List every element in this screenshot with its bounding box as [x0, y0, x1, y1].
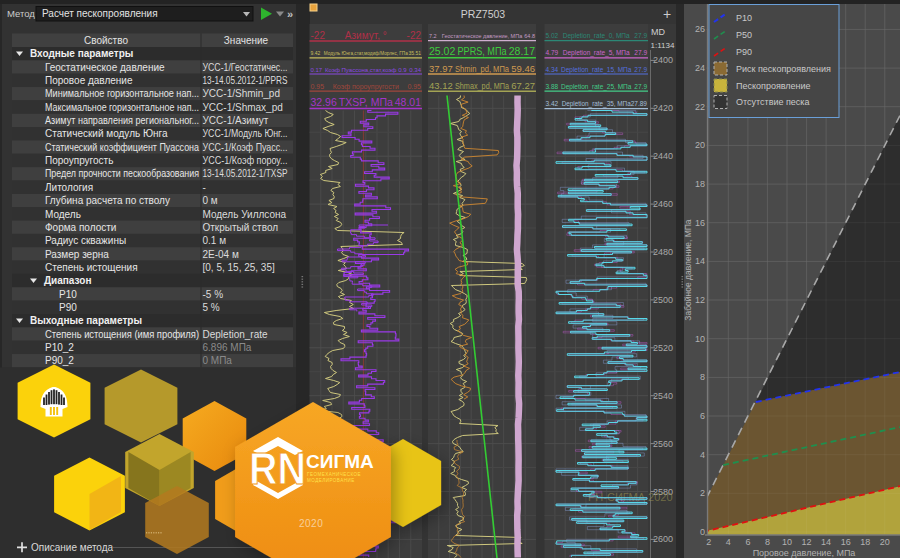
- svg-text:3.42: 3.42: [546, 100, 559, 107]
- svg-text:Риск пескопроявления: Риск пескопроявления: [736, 64, 831, 74]
- svg-text:Азимут, °: Азимут, °: [345, 30, 387, 41]
- svg-text:Азимут направления регионально: Азимут направления региональног...: [45, 115, 199, 126]
- svg-text:2520: 2520: [653, 343, 673, 353]
- svg-text:-22: -22: [311, 30, 326, 41]
- svg-text:P90: P90: [59, 302, 77, 313]
- svg-text:14: 14: [821, 537, 831, 547]
- svg-text:УСС-1/Модуль Юнг...: УСС-1/Модуль Юнг...: [203, 128, 288, 139]
- svg-text:P10: P10: [736, 13, 752, 23]
- svg-text:24: 24: [695, 63, 705, 73]
- svg-text:Забойное давление, МПа: Забойное давление, МПа: [683, 219, 693, 320]
- svg-text:0: 0: [700, 527, 705, 537]
- svg-text:2480: 2480: [653, 247, 673, 257]
- svg-text:4.79: 4.79: [546, 49, 559, 56]
- svg-text:PPRS, МПа: PPRS, МПа: [458, 45, 507, 57]
- svg-text:Коэф пороупругости: Коэф пороупругости: [333, 83, 399, 91]
- svg-text:ГЕОМЕХАНИЧЕСКОЕ: ГЕОМЕХАНИЧЕСКОЕ: [307, 472, 361, 477]
- svg-text:Диапазон: Диапазон: [44, 275, 91, 286]
- svg-text:Описание метода: Описание метода: [31, 542, 114, 553]
- svg-text:PRZ7503: PRZ7503: [461, 8, 506, 20]
- svg-text:-22: -22: [407, 30, 422, 41]
- svg-text:0 МПа: 0 МПа: [203, 355, 233, 366]
- svg-text:3.88: 3.88: [546, 83, 559, 90]
- svg-text:2E-04 м: 2E-04 м: [203, 249, 239, 260]
- svg-text:Depletion_rate: Depletion_rate: [203, 329, 268, 340]
- svg-text:P90: P90: [736, 47, 752, 57]
- svg-text:8: 8: [765, 537, 770, 547]
- svg-text:+: +: [663, 6, 671, 22]
- svg-text:0.17: 0.17: [311, 67, 323, 73]
- svg-text:Геостатическое давление: Геостатическое давление: [45, 62, 165, 73]
- svg-text:9.42: 9.42: [311, 50, 321, 56]
- svg-text:0.95: 0.95: [311, 83, 325, 90]
- svg-text:27.9: 27.9: [634, 49, 647, 56]
- svg-text:7.2: 7.2: [429, 33, 437, 39]
- svg-text:22: 22: [695, 102, 705, 112]
- svg-text:Статический модуль Юнга: Статический модуль Юнга: [45, 128, 168, 139]
- svg-text:Максимальное горизонтальное на: Максимальное горизонтальное нап...: [45, 102, 199, 113]
- svg-text:2460: 2460: [653, 199, 673, 209]
- svg-text:P10: P10: [59, 289, 77, 300]
- svg-text:18: 18: [695, 179, 705, 189]
- svg-text:26: 26: [695, 24, 705, 34]
- svg-text:4.34: 4.34: [546, 66, 559, 73]
- svg-text:10: 10: [695, 334, 705, 344]
- svg-text:4: 4: [726, 537, 731, 547]
- svg-text:0.95: 0.95: [407, 83, 421, 90]
- svg-text:35.51: 35.51: [408, 50, 421, 56]
- svg-text:2420: 2420: [653, 103, 673, 113]
- svg-text:Предел прочности пескообразова: Предел прочности пескообразования: [45, 168, 199, 179]
- svg-text:TXSP, МПа: TXSP, МПа: [339, 96, 393, 108]
- svg-text:Модуль Юнга,стат,модиф/Морлнс,: Модуль Юнга,стат,модиф/Морлнс, ГПа: [324, 50, 408, 56]
- svg-text:Shmin_pd, МПа: Shmin_pd, МПа: [455, 63, 510, 74]
- svg-text:УСС-1/Shmin_pd: УСС-1/Shmin_pd: [203, 88, 281, 99]
- svg-text:Свойство: Свойство: [84, 35, 128, 46]
- svg-text:RN: RN: [249, 444, 306, 493]
- svg-text:2500: 2500: [653, 295, 673, 305]
- svg-text:[0, 5, 15, 25, 35]: [0, 5, 15, 25, 35]: [203, 262, 275, 273]
- svg-text:4: 4: [700, 450, 705, 460]
- svg-text:Литология: Литология: [45, 182, 93, 193]
- svg-text:8: 8: [700, 372, 705, 382]
- svg-text:Радиус скважины: Радиус скважины: [45, 235, 126, 246]
- svg-text:12: 12: [802, 537, 812, 547]
- svg-text:32.96: 32.96: [311, 96, 337, 108]
- svg-text:Метод: Метод: [7, 8, 35, 19]
- svg-text:MD: MD: [651, 27, 665, 37]
- svg-text:28.17: 28.17: [509, 45, 535, 57]
- svg-text:УСС-1/Коэф Пуасс...: УСС-1/Коэф Пуасс...: [203, 142, 288, 153]
- svg-text:Пескопроявление: Пескопроявление: [736, 81, 811, 91]
- svg-text:37.97: 37.97: [429, 63, 453, 74]
- svg-text:10: 10: [782, 537, 792, 547]
- svg-text:48.01: 48.01: [395, 96, 421, 108]
- svg-text:59.46: 59.46: [511, 63, 535, 74]
- svg-text:0.34: 0.34: [409, 67, 421, 73]
- svg-text:»: »: [287, 8, 293, 20]
- svg-text:27.9: 27.9: [634, 83, 647, 90]
- svg-text:1:1134: 1:1134: [651, 41, 675, 50]
- svg-text:64.8: 64.8: [524, 33, 535, 39]
- svg-text:Модель Уиллсона: Модель Уиллсона: [203, 209, 287, 220]
- svg-text:Входные параметры: Входные параметры: [30, 48, 133, 59]
- svg-text:2560: 2560: [653, 439, 673, 449]
- svg-text:18: 18: [860, 537, 870, 547]
- svg-text:25.02: 25.02: [429, 45, 455, 57]
- svg-text:13-14.05.2012-1/TXSP: 13-14.05.2012-1/TXSP: [203, 168, 288, 179]
- svg-text:Геостатическое давление, МПа: Геостатическое давление, МПа: [442, 33, 523, 39]
- svg-text:УСС-1/Shmax_pd: УСС-1/Shmax_pd: [203, 102, 283, 113]
- svg-text:Depletion_rate_35, МПа: Depletion_rate_35, МПа: [562, 100, 631, 108]
- svg-text:Коэф Пуассона,стат,коэф 0.9: Коэф Пуассона,стат,коэф 0.9: [325, 67, 407, 73]
- svg-text:2020: 2020: [299, 518, 323, 529]
- svg-text:0.1 м: 0.1 м: [203, 235, 227, 246]
- svg-text:12: 12: [695, 295, 705, 305]
- svg-text:2600: 2600: [653, 534, 673, 544]
- svg-text:5 %: 5 %: [203, 302, 220, 313]
- svg-text:67.27: 67.27: [511, 80, 535, 91]
- svg-text:2400: 2400: [653, 55, 673, 65]
- svg-text:P90_2: P90_2: [45, 355, 74, 366]
- svg-text:Степень истощения: Степень истощения: [45, 262, 138, 273]
- svg-text:СИГМА: СИГМА: [306, 451, 374, 472]
- svg-text:Статический коэффициент Пуассо: Статический коэффициент Пуассона: [45, 142, 199, 153]
- svg-text:Shmax_pd, МПа: Shmax_pd, МПа: [455, 80, 510, 91]
- svg-text:6: 6: [745, 537, 750, 547]
